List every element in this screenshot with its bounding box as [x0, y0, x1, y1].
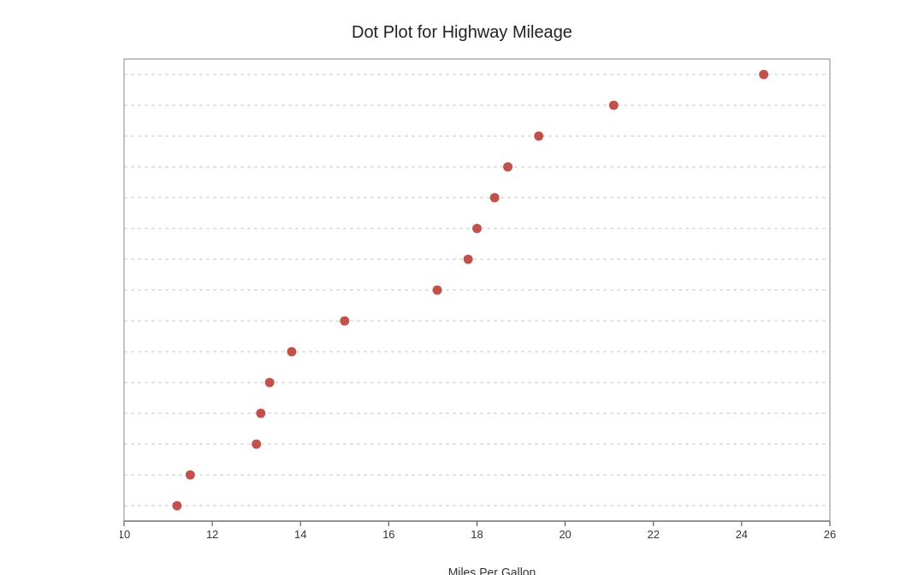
svg-point-35	[759, 70, 768, 80]
svg-point-45	[472, 224, 482, 234]
svg-point-59	[252, 440, 261, 449]
chart-container: Dot Plot for Highway Mileage 10121416182…	[34, 14, 890, 561]
svg-text:24: 24	[736, 528, 748, 541]
svg-point-61	[186, 471, 195, 480]
dot-plot-svg: 101214161820222426HondaVolkswagenSubaruH…	[120, 50, 838, 555]
chart-title: Dot Plot for Highway Mileage	[34, 14, 890, 42]
svg-text:26: 26	[824, 528, 836, 541]
svg-text:22: 22	[648, 528, 660, 541]
svg-point-41	[503, 163, 512, 172]
svg-point-63	[172, 501, 181, 511]
svg-text:10: 10	[120, 528, 130, 541]
svg-point-39	[534, 132, 543, 141]
svg-point-57	[256, 409, 265, 418]
svg-point-55	[265, 378, 275, 388]
x-axis-label: Miles Per Gallon	[120, 566, 864, 575]
svg-point-47	[464, 255, 473, 264]
svg-point-43	[490, 193, 500, 203]
svg-point-49	[433, 286, 442, 295]
svg-text:12: 12	[206, 528, 218, 541]
svg-point-51	[340, 317, 349, 326]
svg-text:16: 16	[382, 528, 394, 541]
svg-text:14: 14	[294, 528, 306, 541]
svg-text:18: 18	[471, 528, 483, 541]
svg-text:20: 20	[559, 528, 571, 541]
svg-point-37	[609, 101, 619, 110]
svg-point-53	[287, 347, 296, 357]
chart-area: 101214161820222426HondaVolkswagenSubaruH…	[120, 50, 864, 575]
